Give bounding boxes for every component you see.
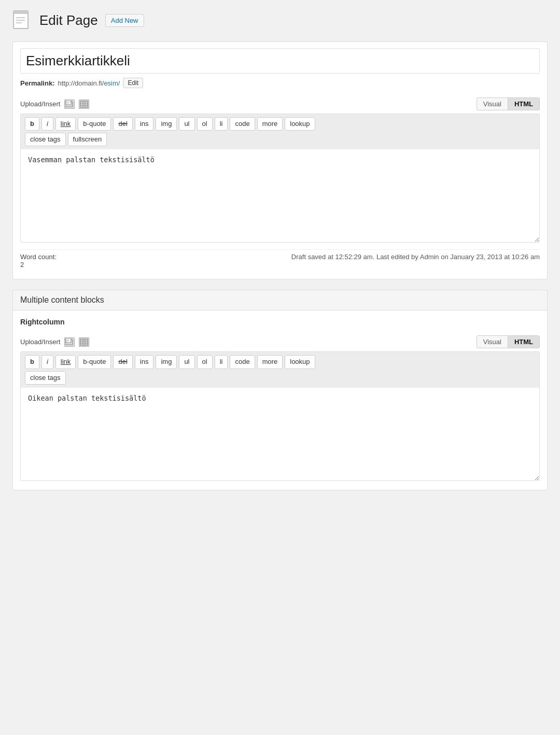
draft-info1: Draft saved at 12:52:29 am. Last edited … <box>291 253 540 268</box>
word-count-label1: Word count: <box>20 253 57 261</box>
editor1-textarea[interactable]: Vasemman palstan tekstisisältö <box>20 149 540 243</box>
toolbar2-row1: b i link b-quote del ins img ul ol li co… <box>25 355 535 369</box>
toolbar-closetags-btn2[interactable]: close tags <box>25 371 66 385</box>
page-title: Edit Page <box>39 13 98 27</box>
toolbar-code-btn1[interactable]: code <box>230 117 255 131</box>
svg-rect-1 <box>13 11 28 14</box>
view-tabs1: Visual HTML <box>477 97 540 110</box>
upload-insert-left2: Upload/Insert <box>20 337 89 347</box>
insert-table-icon2[interactable] <box>79 337 89 347</box>
editor2-section: Upload/Insert Visual HTML b i <box>20 335 540 482</box>
upload-insert-row1: Upload/Insert Visual HTML <box>20 97 540 110</box>
toolbar-ins-btn2[interactable]: ins <box>135 355 154 369</box>
toolbar2-row2: close tags <box>25 371 535 385</box>
content-blocks-body: Rightcolumn Upload/Insert Visual HTML <box>13 310 547 489</box>
toolbar-more-btn1[interactable]: more <box>257 117 283 131</box>
toolbar-img-btn2[interactable]: img <box>156 355 177 369</box>
toolbar-bquote-btn2[interactable]: b-quote <box>78 355 111 369</box>
tab-html2[interactable]: HTML <box>508 335 540 348</box>
toolbar-lookup-btn1[interactable]: lookup <box>285 117 315 131</box>
editor2-textarea[interactable]: Oikean palstan tekstisisältö <box>20 388 540 481</box>
toolbar-ul-btn1[interactable]: ul <box>179 117 194 131</box>
page-document-icon <box>12 10 32 30</box>
toolbar-closetags-btn1[interactable]: close tags <box>25 133 66 146</box>
permalink-slug[interactable]: esim/ <box>104 79 120 87</box>
toolbar-ins-btn1[interactable]: ins <box>135 117 154 131</box>
toolbar-lookup-btn2[interactable]: lookup <box>285 355 315 369</box>
svg-rect-18 <box>80 339 88 345</box>
word-count-left1: Word count: 2 <box>20 253 57 268</box>
upload-insert-label2: Upload/Insert <box>20 338 60 346</box>
toolbar-bquote-btn1[interactable]: b-quote <box>78 117 111 131</box>
svg-rect-9 <box>80 101 88 107</box>
toolbar-more-btn2[interactable]: more <box>257 355 283 369</box>
word-count-value1: 2 <box>20 261 24 268</box>
main-editor-wrap: Permalink: http://domain.fi/esim/ Edit U… <box>12 41 548 279</box>
content-blocks-header: Multiple content blocks <box>13 290 547 310</box>
toolbar-link-btn1[interactable]: link <box>55 117 76 131</box>
toolbar-link-btn2[interactable]: link <box>55 355 76 369</box>
toolbar-bold-btn2[interactable]: b <box>25 355 39 369</box>
permalink-url: http://domain.fi/esim/ <box>58 79 120 87</box>
editor1-section: Upload/Insert Visual HTML b i link b-quo… <box>20 97 540 272</box>
toolbar1: b i link b-quote del ins img ul ol li co… <box>20 114 540 149</box>
toolbar-italic-btn1[interactable]: i <box>41 117 53 131</box>
toolbar1-row1: b i link b-quote del ins img ul ol li co… <box>25 117 535 131</box>
toolbar1-row2: close tags fullscreen <box>25 133 535 146</box>
toolbar-del-btn1[interactable]: del <box>113 117 132 131</box>
upload-media-icon2[interactable] <box>64 337 75 347</box>
toolbar-ol-btn2[interactable]: ol <box>197 355 213 369</box>
toolbar-fullscreen-btn1[interactable]: fullscreen <box>68 133 107 146</box>
tab-visual1[interactable]: Visual <box>477 97 508 110</box>
content-blocks-wrap: Multiple content blocks Rightcolumn Uplo… <box>12 290 548 490</box>
svg-rect-15 <box>66 338 71 343</box>
svg-rect-6 <box>66 101 71 105</box>
toolbar-code-btn2[interactable]: code <box>230 355 255 369</box>
toolbar-ol-btn1[interactable]: ol <box>197 117 213 131</box>
view-tabs2: Visual HTML <box>477 335 540 348</box>
permalink-base: http://domain.fi/ <box>58 79 104 87</box>
insert-table-icon[interactable] <box>79 100 89 109</box>
tab-html1[interactable]: HTML <box>508 97 540 110</box>
upload-insert-left1: Upload/Insert <box>20 100 89 109</box>
upload-insert-label1: Upload/Insert <box>20 100 60 108</box>
permalink-row: Permalink: http://domain.fi/esim/ Edit <box>20 78 540 88</box>
toolbar2: b i link b-quote del ins img ul ol li co… <box>20 351 540 387</box>
toolbar-del-btn2[interactable]: del <box>113 355 132 369</box>
toolbar-italic-btn2[interactable]: i <box>41 355 53 369</box>
add-new-button[interactable]: Add New <box>105 14 144 27</box>
toolbar-li-btn2[interactable]: li <box>215 355 228 369</box>
toolbar-li-btn1[interactable]: li <box>215 117 228 131</box>
tab-visual2[interactable]: Visual <box>477 335 508 348</box>
upload-insert-row2: Upload/Insert Visual HTML <box>20 335 540 348</box>
permalink-label: Permalink: <box>20 79 54 87</box>
toolbar-bold-btn1[interactable]: b <box>25 117 39 131</box>
word-count-row1: Word count: 2 Draft saved at 12:52:29 am… <box>20 249 540 272</box>
block-label: Rightcolumn <box>20 318 540 326</box>
permalink-edit-button[interactable]: Edit <box>123 78 143 88</box>
page-title-input[interactable] <box>20 48 540 74</box>
toolbar-img-btn1[interactable]: img <box>156 117 177 131</box>
page-header: Edit Page Add New <box>12 10 548 30</box>
toolbar-ul-btn2[interactable]: ul <box>179 355 194 369</box>
upload-media-icon[interactable] <box>64 100 75 109</box>
